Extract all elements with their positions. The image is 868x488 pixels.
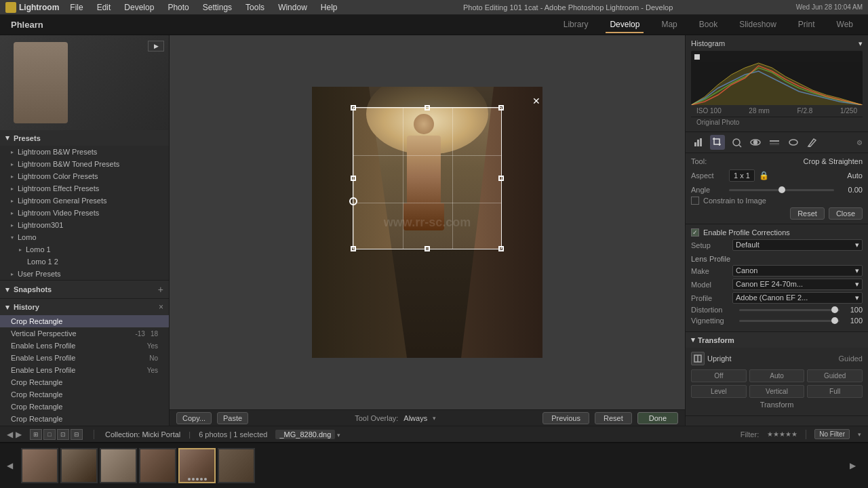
red-eye-icon[interactable] bbox=[748, 135, 763, 150]
spot-removal-icon[interactable] bbox=[729, 135, 744, 150]
previous-button[interactable]: Previous bbox=[542, 412, 589, 424]
preset-lomo1[interactable]: ▸ Lomo 1 bbox=[0, 243, 169, 256]
off-button[interactable]: Off bbox=[691, 369, 747, 382]
model-dropdown[interactable]: Canon EF 24-70m... ▾ bbox=[732, 279, 863, 290]
history-item-5[interactable]: Crop Rectangle bbox=[0, 376, 169, 388]
level-button[interactable]: Level bbox=[691, 385, 747, 398]
reset-crop-button[interactable]: Reset bbox=[790, 207, 825, 220]
menu-tools[interactable]: Tools bbox=[243, 3, 267, 12]
survey-view-button[interactable]: ⊟ bbox=[71, 429, 83, 440]
tab-library[interactable]: Library bbox=[559, 17, 593, 33]
crop-overlay[interactable] bbox=[353, 107, 502, 249]
crop-handle-tm[interactable] bbox=[425, 105, 430, 110]
filmstrip-left-icon[interactable]: ◀ bbox=[5, 460, 14, 472]
preset-lomo12[interactable]: Lomo 1 2 bbox=[0, 256, 169, 268]
history-item-4[interactable]: Enable Lens Profile Yes bbox=[0, 364, 169, 376]
guided-button[interactable]: Guided bbox=[807, 369, 863, 382]
preset-video[interactable]: ▸ Lightroom Video Presets bbox=[0, 207, 169, 219]
adjustment-brush-icon[interactable] bbox=[805, 135, 820, 150]
filmstrip-right-icon[interactable]: ▶ bbox=[848, 460, 857, 472]
crop-handle-tl[interactable] bbox=[351, 105, 356, 110]
distortion-slider[interactable] bbox=[739, 309, 840, 311]
guided-label[interactable]: Guided bbox=[839, 354, 863, 363]
history-item-2[interactable]: Enable Lens Profile Yes bbox=[0, 340, 169, 352]
filmstrip-thumb-1[interactable] bbox=[21, 448, 58, 483]
presets-header[interactable]: ▾ Presets bbox=[0, 130, 169, 146]
angle-slider[interactable] bbox=[729, 189, 834, 191]
compare-view-button[interactable]: ⊡ bbox=[57, 429, 69, 440]
history-header[interactable]: ▾ History × bbox=[0, 299, 169, 315]
tool-overlay-dropdown[interactable]: Always bbox=[403, 414, 427, 422]
histogram-collapse-icon[interactable]: ▾ bbox=[859, 39, 863, 48]
preset-lomo[interactable]: ▾ Lomo bbox=[0, 231, 169, 243]
filmstrip-thumb-6[interactable] bbox=[218, 448, 255, 483]
vertical-button[interactable]: Vertical bbox=[749, 385, 805, 398]
lock-icon[interactable]: 🔒 bbox=[759, 171, 769, 180]
aspect-auto[interactable]: Auto bbox=[847, 171, 863, 180]
loupe-view-button[interactable]: □ bbox=[43, 429, 56, 440]
crop-handle-br[interactable] bbox=[498, 246, 504, 251]
done-button[interactable]: Done bbox=[637, 412, 678, 424]
copy-button[interactable]: Copy... bbox=[176, 412, 212, 424]
make-dropdown[interactable]: Canon ▾ bbox=[732, 265, 863, 277]
preset-effect[interactable]: ▸ Lightroom Effect Presets bbox=[0, 182, 169, 195]
crop-rotation-handle[interactable] bbox=[349, 197, 357, 205]
preset-bw-toned[interactable]: ▸ Lightroom B&W Toned Presets bbox=[0, 158, 169, 170]
preset-general[interactable]: ▸ Lightroom General Presets bbox=[0, 195, 169, 207]
auto-button[interactable]: Auto bbox=[749, 369, 805, 382]
vignetting-slider[interactable] bbox=[739, 320, 840, 322]
tool-options-icon[interactable]: ⚙ bbox=[856, 139, 863, 146]
profile-dropdown[interactable]: Adobe (Canon EF 2... ▾ bbox=[732, 292, 863, 304]
crop-handle-ml[interactable] bbox=[351, 176, 356, 181]
crop-handle-mr[interactable] bbox=[498, 176, 504, 181]
menu-photo[interactable]: Photo bbox=[165, 3, 191, 12]
graduated-filter-icon[interactable] bbox=[767, 135, 782, 150]
menu-file[interactable]: File bbox=[67, 3, 85, 12]
close-history-button[interactable]: × bbox=[159, 302, 163, 312]
tab-web[interactable]: Web bbox=[833, 17, 857, 33]
aspect-value[interactable]: 1 x 1 bbox=[729, 169, 755, 182]
filmstrip-thumb-4[interactable] bbox=[139, 448, 176, 483]
close-crop-button[interactable]: Close bbox=[829, 207, 863, 220]
crop-handle-bm[interactable] bbox=[425, 246, 430, 251]
grid-view-button[interactable]: ⊞ bbox=[30, 429, 42, 440]
menu-develop[interactable]: Develop bbox=[121, 3, 157, 12]
reset-button[interactable]: Reset bbox=[595, 412, 632, 424]
add-snapshot-button[interactable]: + bbox=[158, 284, 163, 295]
menu-settings[interactable]: Settings bbox=[200, 3, 235, 12]
history-item-3[interactable]: Enable Lens Profile No bbox=[0, 352, 169, 364]
filmstrip-thumb-3[interactable] bbox=[100, 448, 137, 483]
preset-color[interactable]: ▸ Lightroom Color Presets bbox=[0, 170, 169, 182]
file-dropdown-icon[interactable]: _MG_8280.dng ▾ bbox=[275, 430, 340, 439]
filter-value[interactable]: No Filter bbox=[814, 429, 850, 439]
crop-tool-icon[interactable] bbox=[710, 135, 725, 150]
star-rating-filter[interactable]: ★★★★★ bbox=[767, 430, 797, 438]
radial-filter-icon[interactable] bbox=[786, 135, 801, 150]
paste-button[interactable]: Paste bbox=[217, 412, 248, 424]
history-item-1[interactable]: Vertical Perspective -13 18 bbox=[0, 327, 169, 340]
menu-window[interactable]: Window bbox=[275, 3, 310, 12]
crop-handle-bl[interactable] bbox=[351, 246, 356, 251]
preset-lr301[interactable]: ▸ Lightroom301 bbox=[0, 219, 169, 231]
profile-corrections-checkbox[interactable]: ✓ bbox=[691, 228, 699, 237]
nav-prev-icon[interactable]: ◀ bbox=[7, 430, 13, 439]
tab-map[interactable]: Map bbox=[657, 17, 681, 33]
tab-print[interactable]: Print bbox=[794, 17, 819, 33]
constrain-checkbox[interactable] bbox=[691, 197, 699, 205]
history-item-0[interactable]: Crop Rectangle bbox=[0, 315, 169, 327]
history-item-8[interactable]: Crop Rectangle bbox=[0, 413, 169, 425]
snapshots-header[interactable]: ▾ Snapshots + bbox=[0, 281, 169, 298]
filmstrip-thumb-5-active[interactable] bbox=[178, 448, 216, 483]
history-item-6[interactable]: Crop Rectangle bbox=[0, 388, 169, 401]
play-icon[interactable]: ▶ bbox=[148, 41, 164, 52]
tab-develop[interactable]: Develop bbox=[606, 17, 644, 33]
crop-handle-tr[interactable] bbox=[498, 105, 504, 110]
filmstrip-thumb-2[interactable] bbox=[60, 448, 98, 483]
transform-header[interactable]: ▾ Transform bbox=[686, 332, 868, 348]
tab-slideshow[interactable]: Slideshow bbox=[735, 17, 781, 33]
history-item-7[interactable]: Crop Rectangle bbox=[0, 401, 169, 413]
menu-edit[interactable]: Edit bbox=[94, 3, 114, 12]
nav-next-icon[interactable]: ▶ bbox=[16, 430, 22, 439]
setup-dropdown[interactable]: Default ▾ bbox=[732, 239, 863, 251]
histogram-tool-icon[interactable] bbox=[691, 135, 706, 150]
